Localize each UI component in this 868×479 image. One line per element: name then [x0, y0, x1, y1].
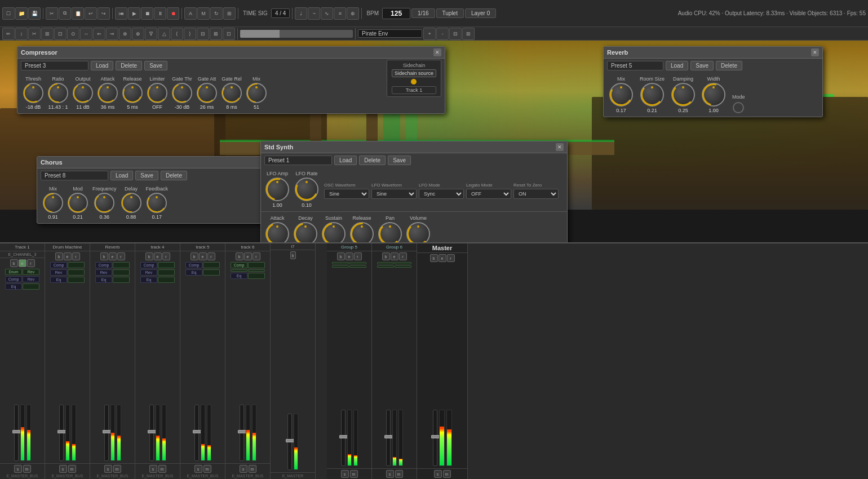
track3-e-btn[interactable]: e: [109, 252, 117, 260]
compressor-save-btn[interactable]: Save: [144, 61, 167, 70]
compressor-preset-input[interactable]: [21, 61, 88, 70]
t6-e[interactable]: e: [244, 252, 252, 260]
tool16[interactable]: ⊟: [197, 28, 209, 40]
track2-insert2[interactable]: [68, 262, 85, 268]
chorus-delay-knob[interactable]: [121, 193, 141, 213]
tool18[interactable]: ⊡: [223, 28, 235, 40]
t5-i2[interactable]: [203, 262, 220, 268]
t6-s[interactable]: s: [240, 465, 247, 473]
g6-i1[interactable]: [377, 262, 394, 264]
reverb-mix-knob[interactable]: [609, 83, 633, 107]
reverb-delete-btn[interactable]: Delete: [716, 61, 742, 70]
xb1[interactable]: ♩: [295, 7, 307, 20]
synth-close-btn[interactable]: ✕: [556, 143, 564, 151]
track1-insert6[interactable]: [23, 283, 39, 290]
g5-i1[interactable]: [332, 262, 349, 264]
thresh-knob[interactable]: [23, 83, 43, 103]
paste-btn[interactable]: 📋: [72, 7, 84, 20]
track2-s-btn[interactable]: s: [59, 465, 67, 473]
reverb-damping-knob[interactable]: [671, 83, 695, 107]
bpm-display[interactable]: 125: [382, 8, 410, 19]
track1-insert2[interactable]: Rev: [23, 269, 39, 275]
master-s[interactable]: s: [434, 470, 442, 478]
g5-i3[interactable]: [332, 265, 349, 268]
reverb-save-btn[interactable]: Save: [690, 61, 714, 70]
t5-r[interactable]: r: [207, 252, 215, 260]
output-knob[interactable]: [73, 83, 93, 103]
t5-b[interactable]: b: [191, 252, 198, 260]
track1-insert3[interactable]: Comp: [5, 276, 22, 282]
tool14[interactable]: ⟨: [171, 28, 183, 40]
compressor-close-btn[interactable]: ✕: [433, 48, 441, 56]
quantize-dropdown[interactable]: 1/16: [411, 8, 435, 18]
tool7[interactable]: ↔: [80, 28, 92, 40]
chorus-save-btn[interactable]: Save: [135, 171, 158, 180]
g5-s[interactable]: s: [341, 470, 349, 478]
g5-m[interactable]: m: [350, 470, 358, 478]
track2-insert1[interactable]: Comp: [50, 262, 67, 268]
xb3[interactable]: ∿: [321, 7, 333, 20]
g6-s[interactable]: s: [386, 470, 394, 478]
t4-e[interactable]: e: [154, 252, 162, 260]
t4-i3[interactable]: Rev: [140, 269, 157, 276]
save-btn[interactable]: 💾: [28, 7, 41, 20]
g6-m[interactable]: m: [395, 470, 403, 478]
tool3[interactable]: ✂: [28, 28, 41, 40]
track2-insert4[interactable]: [68, 269, 85, 276]
sidechain-source[interactable]: Sidechain source: [392, 69, 436, 77]
g6-b[interactable]: b: [382, 252, 390, 260]
track1-s-btn[interactable]: s: [14, 465, 22, 473]
zoom-fit[interactable]: ⊟: [449, 28, 462, 40]
g6-i2[interactable]: [395, 262, 411, 264]
tool17[interactable]: ⊠: [210, 28, 222, 40]
synth-save-btn[interactable]: Save: [388, 156, 411, 165]
lfo-rate-knob[interactable]: [295, 178, 318, 201]
chorus-feedback-knob[interactable]: [147, 193, 167, 213]
g6-i3[interactable]: [377, 265, 394, 268]
track1-insert5[interactable]: Eq: [5, 283, 22, 290]
track2-e-btn[interactable]: e: [64, 252, 72, 260]
tool4[interactable]: ⊞: [41, 28, 54, 40]
chorus-mix-knob[interactable]: [43, 193, 63, 213]
loop-btn[interactable]: ↻: [210, 7, 223, 20]
t5-i4[interactable]: [203, 269, 220, 276]
reverb-mode-knob[interactable]: [733, 102, 744, 113]
tool13[interactable]: △: [158, 28, 170, 40]
tool6[interactable]: ⊙: [67, 28, 79, 40]
t3-i4[interactable]: [113, 269, 130, 276]
lfo-mode-select[interactable]: SyncFree: [419, 189, 464, 199]
g6-e[interactable]: e: [391, 252, 398, 260]
sidechain-track[interactable]: Track 1: [392, 86, 436, 94]
redo-btn[interactable]: ↪: [98, 7, 110, 20]
ratio-knob[interactable]: [48, 83, 68, 103]
compressor-delete-btn[interactable]: Delete: [116, 61, 142, 70]
master-e[interactable]: e: [439, 254, 446, 262]
reverb-load-btn[interactable]: Load: [666, 61, 688, 70]
zoom-out[interactable]: -: [436, 28, 449, 40]
timesig-display[interactable]: 4 / 4: [271, 8, 290, 18]
synth-titlebar[interactable]: Std Synth ✕: [261, 141, 567, 153]
tool5[interactable]: ⊡: [54, 28, 67, 40]
t5-e[interactable]: e: [199, 252, 207, 260]
reverb-preset-input[interactable]: [607, 61, 663, 70]
t5-i3[interactable]: Eq: [185, 269, 202, 276]
t7-b[interactable]: b: [290, 251, 296, 259]
t4-m[interactable]: m: [158, 465, 166, 473]
stop-btn[interactable]: ⏹: [141, 7, 153, 20]
tool11[interactable]: ⊕: [132, 28, 144, 40]
g6-r[interactable]: r: [399, 252, 407, 260]
limiter-knob[interactable]: [147, 83, 167, 103]
t3-i6[interactable]: [113, 277, 130, 283]
t4-r[interactable]: r: [162, 252, 170, 260]
gate-att-knob[interactable]: [197, 83, 217, 103]
timeline-bar[interactable]: [240, 30, 353, 38]
master-r[interactable]: r: [447, 254, 455, 262]
gate-thr-knob[interactable]: [172, 83, 192, 103]
lfo-amp-knob[interactable]: [265, 178, 289, 201]
t3-i5[interactable]: Eq: [95, 277, 112, 283]
tool12[interactable]: ∇: [145, 28, 157, 40]
t3-i3[interactable]: Rev: [95, 269, 112, 276]
record-btn[interactable]: ⏺: [167, 7, 179, 20]
chorus-delete-btn[interactable]: Delete: [161, 171, 187, 180]
master-m[interactable]: m: [443, 470, 451, 478]
